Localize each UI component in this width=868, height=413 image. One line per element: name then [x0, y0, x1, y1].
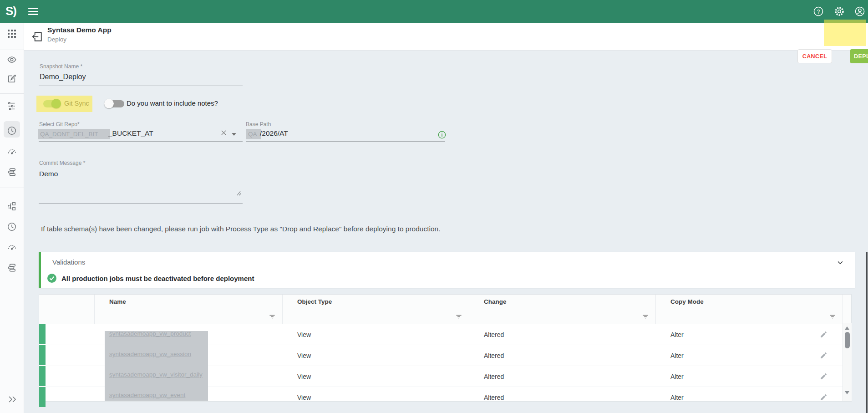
edit-pencil-icon[interactable] — [820, 393, 827, 401]
page-subtitle: Deploy — [47, 36, 66, 43]
redacted-name-text: syntasademoapp_vw_event — [109, 392, 185, 398]
validation-item: All production jobs must be deactivated … — [47, 274, 254, 283]
back-icon[interactable] — [31, 31, 43, 42]
cancel-button[interactable]: CANCEL — [797, 49, 832, 63]
col-indicator — [39, 295, 95, 309]
validations-panel: Validations All production jobs must be … — [39, 252, 855, 288]
commit-message-label: Commit Message * — [39, 160, 85, 166]
row-status-indicator — [39, 345, 46, 365]
check-circle-icon — [47, 274, 56, 283]
filter-icon[interactable] — [95, 309, 283, 324]
git-sync-label: Git Sync — [64, 100, 89, 107]
pipeline-icon[interactable] — [7, 101, 17, 111]
git-sync-toggle-knob[interactable] — [51, 99, 61, 108]
base-path-underline — [246, 141, 445, 142]
apps-grid-icon[interactable] — [7, 29, 17, 39]
include-notes-label: Do you want to include notes? — [127, 99, 218, 107]
cell-copy-mode: Alter — [656, 324, 843, 345]
base-path-redacted: QA — [246, 129, 261, 139]
clear-icon[interactable] — [221, 130, 227, 136]
name-column-redaction: syntasademoapp_vw_productsyntasademoapp_… — [105, 331, 208, 401]
edit-pencil-icon[interactable] — [820, 372, 827, 380]
cell-change: Altered — [469, 387, 656, 408]
database-icon-2[interactable] — [7, 263, 17, 273]
scroll-down-icon[interactable] — [845, 391, 849, 394]
gauge-icon[interactable] — [7, 147, 17, 157]
scroll-up-icon[interactable] — [845, 326, 849, 330]
row-status-indicator — [39, 324, 46, 344]
snapshot-name-input[interactable]: Demo_Deploy — [40, 73, 86, 81]
include-notes-toggle-knob[interactable] — [104, 99, 114, 108]
dropdown-arrow-icon[interactable] — [232, 133, 236, 136]
col-copy-mode: Copy Mode — [656, 295, 843, 309]
git-repo-value[interactable]: _BUCKET_AT — [108, 129, 153, 138]
edit-pencil-icon[interactable] — [820, 331, 827, 338]
chevron-down-icon[interactable] — [837, 259, 844, 266]
git-repo-underline — [39, 141, 243, 142]
hierarchy-icon[interactable] — [7, 201, 17, 211]
edit-icon[interactable] — [7, 74, 17, 84]
commit-message-underline — [39, 203, 243, 204]
table-header-row: Name Object Type Change Copy Mode — [39, 295, 851, 309]
database-icon[interactable] — [7, 167, 17, 177]
clock-icon-2[interactable] — [7, 222, 17, 232]
cell-object-type: View — [283, 366, 469, 387]
cell-object-type: View — [283, 345, 469, 366]
help-icon[interactable]: ? — [813, 6, 824, 17]
table-scrollbar[interactable] — [843, 323, 852, 401]
col-name: Name — [95, 295, 283, 309]
filter-icon[interactable] — [656, 309, 843, 324]
cell-change: Altered — [469, 345, 656, 366]
scrollbar-thumb[interactable] — [845, 332, 850, 348]
commit-message-input[interactable]: Demo — [39, 170, 58, 178]
menu-icon[interactable] — [28, 8, 38, 15]
top-app-bar: S) ? — [0, 0, 868, 23]
svg-text:?: ? — [817, 9, 820, 15]
expand-sidebar-icon[interactable] — [7, 394, 17, 404]
git-repo-redacted: QA_DONT_DEL_BIT — [38, 129, 110, 139]
settings-icon[interactable] — [834, 6, 845, 17]
schema-note: If table schema(s) have been changed, pl… — [41, 225, 441, 233]
row-status-indicator — [39, 366, 46, 386]
eye-icon[interactable] — [7, 55, 17, 65]
validation-text: All production jobs must be deactivated … — [61, 275, 254, 282]
validations-title: Validations — [52, 258, 85, 266]
filter-icon[interactable] — [283, 309, 469, 324]
page-header: CANCEL DEPLOY — [24, 23, 868, 51]
page-title: Syntasa Demo App — [47, 26, 112, 34]
syntasa-logo: S) — [5, 4, 16, 18]
deploy-button[interactable]: DEPLOY — [850, 49, 868, 63]
resize-handle-icon[interactable] — [236, 190, 241, 196]
window-scrollbar[interactable] — [866, 252, 868, 413]
filter-icon[interactable] — [469, 309, 656, 324]
base-path-label: Base Path — [246, 121, 271, 127]
redacted-name-text: syntasademoapp_vw_session — [109, 351, 191, 357]
cell-change: Altered — [469, 324, 656, 345]
redacted-name-text: syntasademoapp_vw_product — [109, 330, 191, 337]
snapshot-name-underline — [39, 86, 243, 86]
col-object-type: Object Type — [283, 295, 469, 309]
git-repo-label: Select Git Repo* — [39, 121, 80, 127]
cell-copy-mode: Alter — [656, 366, 843, 387]
edit-pencil-icon[interactable] — [820, 352, 827, 359]
snapshot-name-label: Snapshot Name * — [40, 63, 82, 70]
row-status-indicator — [39, 387, 46, 407]
base-path-value[interactable]: /2026/AT — [260, 129, 288, 138]
cell-object-type: View — [283, 324, 469, 345]
account-icon[interactable] — [854, 6, 865, 17]
col-change: Change — [469, 295, 656, 309]
cell-copy-mode: Alter — [656, 345, 843, 366]
clock-icon[interactable] — [7, 126, 17, 136]
cell-change: Altered — [469, 366, 656, 387]
cell-copy-mode: Alter — [656, 387, 843, 408]
redacted-name-text: syntasademoapp_vw_visitor_daily — [109, 371, 203, 378]
info-icon[interactable] — [438, 131, 446, 139]
table-filter-row — [39, 309, 851, 324]
gauge-icon-2[interactable] — [7, 242, 17, 252]
cell-object-type: View — [283, 387, 469, 408]
sidebar — [0, 23, 24, 413]
